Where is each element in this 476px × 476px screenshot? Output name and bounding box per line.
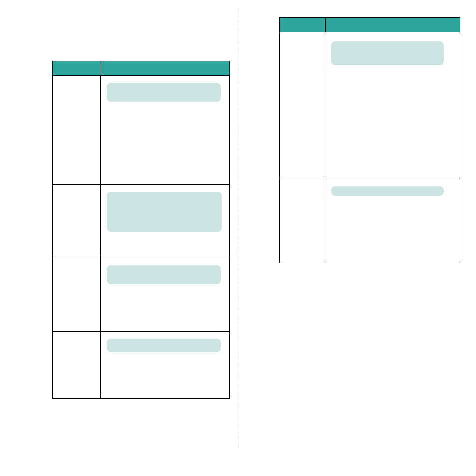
vertical-divider <box>239 9 239 448</box>
right-table-header <box>280 18 460 32</box>
right-row-2-pill <box>331 186 444 196</box>
right-row-2 <box>280 179 460 263</box>
right-row-1-pill <box>331 41 444 65</box>
left-row-4 <box>53 331 229 398</box>
left-row-4-col2 <box>101 332 229 398</box>
right-row-1 <box>280 32 460 179</box>
left-row-1 <box>53 75 229 184</box>
left-row-2-col2 <box>101 185 229 258</box>
left-row-3 <box>53 258 229 331</box>
left-row-4-pill <box>107 339 221 352</box>
left-header-col1 <box>53 61 101 75</box>
left-row-3-col1 <box>53 258 101 331</box>
left-row-1-pill <box>107 83 221 102</box>
right-table <box>279 17 460 263</box>
left-table <box>52 61 230 399</box>
page-canvas <box>0 0 476 476</box>
left-row-2-pill <box>107 192 222 232</box>
right-row-2-col1 <box>280 179 325 263</box>
left-row-3-col2 <box>101 258 229 331</box>
right-header-col2 <box>326 18 460 32</box>
left-table-header <box>53 61 229 75</box>
left-header-col2 <box>101 61 229 75</box>
left-row-4-col1 <box>53 332 101 398</box>
right-row-2-col2 <box>325 179 460 263</box>
left-row-2 <box>53 184 229 258</box>
left-row-3-pill <box>107 265 221 284</box>
right-row-1-col2 <box>325 32 460 179</box>
right-row-1-col1 <box>280 32 325 179</box>
right-header-col1 <box>280 18 326 32</box>
left-row-1-col1 <box>53 76 101 184</box>
left-row-2-col1 <box>53 185 101 258</box>
left-row-1-col2 <box>101 76 229 184</box>
